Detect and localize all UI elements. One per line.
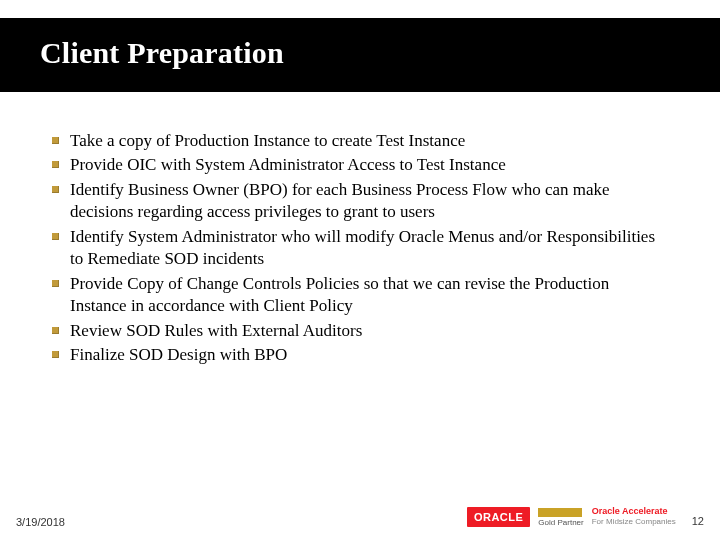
page-number: 12	[692, 515, 704, 528]
footer-right: ORACLE Gold Partner Oracle Accelerate Fo…	[467, 506, 704, 528]
bullet-list: Take a copy of Production Instance to cr…	[50, 130, 670, 366]
oracle-logo: ORACLE	[467, 507, 530, 527]
list-item: Finalize SOD Design with BPO	[50, 344, 670, 366]
gold-text: Gold	[538, 518, 555, 527]
list-item: Take a copy of Production Instance to cr…	[50, 130, 670, 152]
content-area: Take a copy of Production Instance to cr…	[0, 92, 720, 366]
footer: 3/19/2018 ORACLE Gold Partner Oracle Acc…	[0, 506, 720, 528]
accelerate-line1: Oracle Accelerate	[592, 506, 676, 516]
list-item: Identify Business Owner (BPO) for each B…	[50, 179, 670, 224]
partner-badges: ORACLE Gold Partner Oracle Accelerate Fo…	[467, 506, 676, 528]
title-band: Client Preparation	[0, 18, 720, 92]
gold-partner-badge: Gold Partner	[538, 508, 583, 527]
slide-title: Client Preparation	[0, 36, 720, 70]
list-item: Provide OIC with System Administrator Ac…	[50, 154, 670, 176]
partner-text: Partner	[557, 518, 583, 527]
oracle-accelerate-badge: Oracle Accelerate For Midsize Companies	[592, 506, 676, 528]
list-item: Provide Copy of Change Controls Policies…	[50, 273, 670, 318]
list-item: Identify System Administrator who will m…	[50, 226, 670, 271]
accelerate-line2: For Midsize Companies	[592, 517, 676, 526]
gold-label: Gold Partner	[538, 519, 583, 527]
gold-strip-icon	[538, 508, 582, 517]
list-item: Review SOD Rules with External Auditors	[50, 320, 670, 342]
footer-date: 3/19/2018	[16, 516, 65, 528]
slide: Client Preparation Take a copy of Produc…	[0, 0, 720, 540]
